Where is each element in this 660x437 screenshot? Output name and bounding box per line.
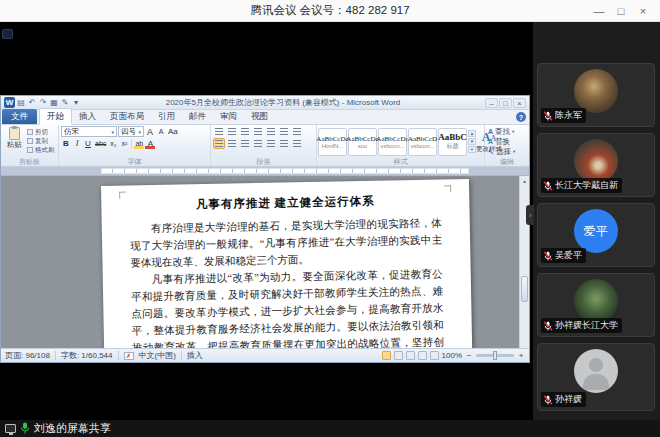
view-draft-button[interactable] bbox=[430, 351, 439, 360]
view-print-layout-button[interactable] bbox=[382, 351, 391, 360]
view-fullscreen-button[interactable] bbox=[394, 351, 403, 360]
redo-icon[interactable]: ↷ bbox=[38, 97, 48, 108]
proofing-icon[interactable]: ✗ bbox=[124, 352, 134, 360]
vertical-scrollbar[interactable]: ▲ bbox=[519, 176, 529, 348]
help-icon[interactable]: ? bbox=[516, 112, 526, 122]
zoom-slider-thumb[interactable] bbox=[493, 351, 497, 360]
participant-tile[interactable]: 爱平 吴爱平 bbox=[537, 203, 655, 267]
sort-button[interactable] bbox=[278, 126, 290, 137]
view-outline-button[interactable] bbox=[418, 351, 427, 360]
tab-home[interactable]: 开始 bbox=[39, 108, 72, 125]
participant-tile[interactable]: 陈永军 bbox=[537, 63, 655, 127]
bullets-button[interactable] bbox=[213, 126, 225, 137]
multilevel-list-button[interactable] bbox=[239, 126, 251, 137]
font-name-select[interactable]: 仿宋▾ bbox=[61, 126, 117, 137]
increase-indent-button[interactable] bbox=[265, 126, 277, 137]
bold-button[interactable]: B bbox=[61, 138, 71, 149]
decrease-indent-button[interactable] bbox=[252, 126, 264, 137]
zoom-level[interactable]: 100% bbox=[442, 351, 462, 360]
font-color-button[interactable]: A bbox=[145, 138, 155, 149]
avatar: 爱平 bbox=[574, 209, 618, 253]
word-count[interactable]: 字数: 1/60,544 bbox=[61, 350, 113, 361]
numbering-button[interactable] bbox=[226, 126, 238, 137]
style-card[interactable]: AaBbCcDc sou bbox=[348, 128, 377, 156]
line-spacing-button[interactable] bbox=[278, 138, 290, 149]
grow-font-button[interactable]: A bbox=[145, 126, 155, 137]
scroll-up-icon[interactable]: ▲ bbox=[520, 176, 529, 184]
paste-button[interactable]: 粘贴 bbox=[3, 127, 25, 157]
align-right-button[interactable] bbox=[252, 138, 264, 149]
style-card[interactable]: AaBbC 标题 bbox=[438, 128, 467, 156]
select-button[interactable]: ↖选择▾ bbox=[488, 147, 529, 156]
tab-review[interactable]: 审阅 bbox=[213, 109, 244, 124]
edit-icon[interactable]: ✎ bbox=[60, 97, 70, 108]
highlight-color-button[interactable]: ab bbox=[134, 138, 144, 149]
word-minimize-icon[interactable]: – bbox=[485, 98, 498, 108]
style-card[interactable]: AaBbCcD vsbcon... bbox=[408, 128, 437, 156]
find-button[interactable]: A查找▾ bbox=[488, 127, 529, 136]
participant-tile[interactable]: 孙祥媛 bbox=[537, 343, 655, 411]
gallery-more-icon[interactable]: ▾ bbox=[468, 146, 476, 153]
shrink-font-button[interactable]: A bbox=[156, 126, 166, 137]
show-marks-button[interactable] bbox=[291, 126, 303, 137]
language-indicator[interactable]: 中文(中国) bbox=[139, 350, 176, 361]
tab-mailings[interactable]: 邮件 bbox=[182, 109, 213, 124]
tab-insert[interactable]: 插入 bbox=[72, 109, 103, 124]
justify-button[interactable] bbox=[213, 138, 225, 149]
styles-group-label[interactable]: 样式 bbox=[317, 157, 484, 166]
tab-page-layout[interactable]: 页面布局 bbox=[103, 109, 151, 124]
document-page[interactable]: 凡事有序推进 建立健全运行体系 有序治理是大学治理的基石，是实现大学治理的现实路… bbox=[101, 179, 473, 348]
superscript-button[interactable]: x² bbox=[119, 138, 129, 149]
word-logo-icon[interactable]: W bbox=[4, 97, 15, 108]
participant-tile[interactable]: 长江大学戴自新 bbox=[537, 133, 655, 197]
zoom-in-icon[interactable]: + bbox=[517, 351, 525, 360]
underline-button[interactable]: U bbox=[83, 138, 93, 149]
print-preview-icon[interactable]: ▦ bbox=[49, 97, 59, 108]
replace-button[interactable]: A替换 bbox=[488, 137, 529, 146]
undo-icon[interactable]: ↶ bbox=[27, 97, 37, 108]
gallery-up-icon[interactable]: ▲ bbox=[468, 130, 476, 137]
view-web-layout-button[interactable] bbox=[406, 351, 415, 360]
minimize-icon[interactable]: — bbox=[588, 5, 610, 17]
paragraph-group-label[interactable]: 段落 bbox=[211, 157, 316, 166]
strikethrough-button[interactable]: abc bbox=[94, 138, 107, 149]
horizontal-ruler[interactable] bbox=[1, 167, 529, 176]
zoom-out-icon[interactable]: − bbox=[465, 351, 473, 360]
multilevel-list-icon bbox=[241, 128, 249, 135]
document-area: 凡事有序推进 建立健全运行体系 有序治理是大学治理的基石，是实现大学治理的现实路… bbox=[1, 176, 529, 348]
qat-dropdown-icon[interactable]: ▾ bbox=[71, 97, 81, 108]
subscript-button[interactable]: x₂ bbox=[108, 138, 118, 149]
borders-button[interactable] bbox=[291, 138, 303, 149]
tab-view[interactable]: 视图 bbox=[244, 109, 275, 124]
font-group-label[interactable]: 字体 bbox=[59, 157, 210, 166]
participant-tile[interactable]: 孙祥媛长江大学 bbox=[537, 273, 655, 337]
gallery-down-icon[interactable]: ▼ bbox=[468, 138, 476, 145]
style-card[interactable]: AaBbCcDc HtmlN... bbox=[318, 128, 347, 156]
numbered-list-icon bbox=[228, 128, 236, 135]
insert-mode-indicator[interactable]: 插入 bbox=[187, 350, 203, 361]
cut-button[interactable]: 剪切 bbox=[27, 128, 55, 136]
close-icon[interactable]: × bbox=[632, 5, 654, 17]
editing-group-label[interactable]: 编辑 bbox=[485, 157, 529, 166]
save-icon[interactable]: ▤ bbox=[16, 97, 26, 108]
clipboard-group-label[interactable]: 剪贴板 bbox=[1, 157, 58, 166]
distribute-button[interactable] bbox=[265, 138, 277, 149]
scrollbar-thumb[interactable] bbox=[521, 276, 528, 302]
format-painter-button[interactable]: 格式刷 bbox=[27, 146, 55, 154]
sidebar-collapse-handle[interactable]: › bbox=[526, 205, 534, 225]
style-card[interactable]: AaBbCcDc vsbcon... bbox=[378, 128, 407, 156]
font-size-select[interactable]: 四号▾ bbox=[118, 126, 144, 137]
tab-file[interactable]: 文件 bbox=[2, 109, 37, 124]
tab-references[interactable]: 引用 bbox=[151, 109, 182, 124]
zoom-slider[interactable] bbox=[476, 354, 514, 357]
change-case-button[interactable]: Aa bbox=[167, 126, 179, 137]
word-restore-icon[interactable]: □ bbox=[499, 98, 512, 108]
maximize-icon[interactable]: □ bbox=[610, 5, 632, 17]
align-left-button[interactable] bbox=[226, 138, 238, 149]
align-center-button[interactable] bbox=[239, 138, 251, 149]
word-close-icon[interactable]: × bbox=[513, 98, 526, 108]
copy-button[interactable]: 复制 bbox=[27, 137, 55, 145]
italic-button[interactable]: I bbox=[72, 138, 82, 149]
font-group: 仿宋▾ 四号▾ A A Aa B I U abc x bbox=[59, 125, 211, 166]
page-indicator[interactable]: 页面: 96/108 bbox=[5, 350, 50, 361]
